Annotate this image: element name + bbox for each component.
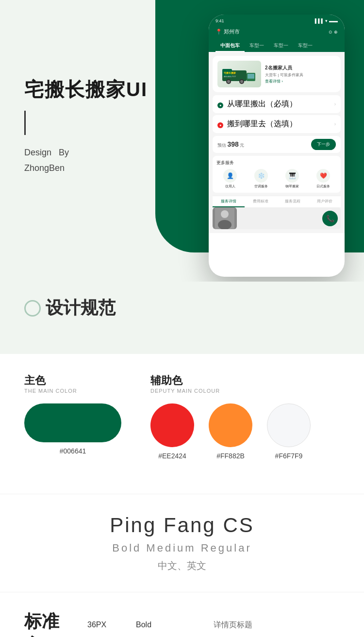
arrow-icon2: ›	[334, 121, 336, 127]
main-swatch: #006641	[24, 403, 121, 455]
truck-title: 2名搬家人员	[265, 65, 336, 71]
svg-rect-9	[248, 74, 254, 79]
hero-left-content: 宅搬长搬家UI Design ByZhongBen	[24, 78, 148, 176]
customer-service-btn[interactable]: 📞	[322, 211, 338, 226]
service-piano[interactable]: 🎹 钢琴搬家	[279, 169, 306, 189]
tab-type1[interactable]: 车型一	[245, 40, 269, 52]
svg-point-7	[240, 80, 243, 83]
deputy-color-sublabel: DEPUTY MAIN COLOUR	[150, 388, 311, 394]
truck-link[interactable]: 查看详情 ›	[265, 79, 336, 84]
arrow-icon: ›	[334, 101, 336, 107]
main-color-label: 主色	[24, 373, 121, 388]
to-icon: ●	[217, 122, 223, 128]
more-services: 更多服务 👤 仅用人 ❄️ 空调服务 🎹	[213, 156, 341, 193]
title-divider	[24, 111, 26, 135]
red-hex: #EE2424	[158, 452, 186, 460]
tab-service-detail[interactable]: 服务详情	[213, 196, 245, 207]
phone-header: 9:41 ▌▌▌ ▾ ▬▬ 📍 郑州市 ⊙ ⊕ 中面包车 车型一 车型一 车型一	[209, 15, 345, 52]
type-char-36: 标准字	[24, 610, 73, 637]
nav-tabs: 中面包车 车型一 车型一 车型一	[215, 37, 338, 52]
main-color-pill	[24, 403, 121, 442]
staff-banner: 📞	[213, 207, 341, 229]
orange-swatch: #FF882B	[209, 403, 252, 460]
piano-icon: 🎹	[285, 169, 299, 183]
time: 9:41	[215, 18, 224, 23]
light-swatch: #F6F7F9	[267, 403, 311, 460]
main-color-sublabel: THE MAIN COLOR	[24, 388, 121, 394]
spec-title: 设计规范	[24, 296, 340, 320]
font-weights: Bold Medium Regular	[24, 542, 340, 554]
type-row-36: 标准字 36PX Bold 详情页标题	[24, 602, 340, 637]
staff-image	[213, 207, 237, 229]
color-group-row: 主色 THE MAIN COLOR #006641 辅助色 DEPUTY MAI…	[24, 373, 340, 474]
type-usage-36: 详情页标题	[214, 620, 252, 630]
service-icons-row: 👤 仅用人 ❄️ 空调服务 🎹 钢琴搬家	[216, 169, 337, 189]
ac-icon: ❄️	[254, 169, 268, 183]
truck-svg: 宅搬长搬家 400-000-7777	[220, 63, 259, 85]
svg-text:400-000-7777: 400-000-7777	[224, 75, 236, 78]
truck-image: 宅搬长搬家 400-000-7777	[217, 61, 261, 87]
next-button[interactable]: 下一步	[311, 139, 336, 150]
deputy-color-label: 辅助色	[150, 373, 311, 388]
from-address-text: ● 从哪里搬出（必填）	[217, 99, 297, 109]
from-address-row[interactable]: ● 从哪里搬出（必填） ›	[213, 95, 341, 113]
tab-truck[interactable]: 中面包车	[215, 40, 245, 52]
phone-mockup: 9:41 ▌▌▌ ▾ ▬▬ 📍 郑州市 ⊙ ⊕ 中面包车 车型一 车型一 车型一	[209, 15, 345, 277]
light-circle	[267, 403, 311, 447]
red-circle	[150, 403, 194, 447]
font-languages: 中文、英文	[24, 559, 340, 572]
svg-point-5	[227, 80, 230, 83]
phone-screen: 9:41 ▌▌▌ ▾ ▬▬ 📍 郑州市 ⊙ ⊕ 中面包车 车型一 车型一 车型一	[209, 15, 345, 277]
svg-text:宅搬长搬家: 宅搬长搬家	[224, 71, 236, 74]
tab-type2[interactable]: 车型一	[269, 40, 293, 52]
font-name: Ping Fang CS	[24, 514, 340, 537]
jp-label: 日式服务	[310, 184, 337, 189]
main-color-hex: #006641	[60, 447, 86, 455]
phone-icon: 📞	[326, 215, 334, 222]
svg-point-11	[221, 210, 229, 218]
detail-tabs: 服务详情 费用标准 服务流程 用户评价	[213, 196, 341, 207]
truck-subtitle: 大货车 | 可装多件家具	[265, 72, 336, 78]
app-title: 宅搬长搬家UI	[24, 78, 148, 101]
tab-fee[interactable]: 费用标准	[245, 196, 277, 207]
service-people[interactable]: 👤 仅用人	[216, 169, 244, 189]
red-swatch: #EE2424	[150, 403, 194, 460]
phone-frame: 9:41 ▌▌▌ ▾ ▬▬ 📍 郑州市 ⊙ ⊕ 中面包车 车型一 车型一 车型一	[209, 15, 345, 277]
orange-circle	[209, 403, 252, 447]
type-size-36: 36PX	[87, 620, 121, 629]
signal-icons: ▌▌▌ ▾ ▬▬	[315, 18, 338, 23]
deputy-color-swatches: #EE2424 #FF882B #F6F7F9	[150, 403, 311, 460]
more-services-title: 更多服务	[216, 160, 337, 166]
tab-review[interactable]: 用户评价	[309, 196, 341, 207]
typography-section: Ping Fang CS Bold Medium Regular 中文、英文	[0, 494, 364, 592]
type-weight-36: Bold	[136, 620, 199, 629]
light-hex: #F6F7F9	[275, 452, 303, 460]
people-label: 仅用人	[216, 184, 244, 189]
deputy-color-group: 辅助色 DEPUTY MAIN COLOUR #EE2424 #FF882B #…	[150, 373, 311, 460]
hero-section: 宅搬长搬家UI Design ByZhongBen 9:41 ▌▌▌ ▾ ▬▬ …	[0, 0, 364, 282]
ac-label: 空调服务	[248, 184, 275, 189]
truck-card: 宅搬长搬家 400-000-7777 2名搬家人员	[213, 56, 341, 92]
staff-svg	[215, 207, 234, 229]
tab-flow[interactable]: 服务流程	[277, 196, 309, 207]
action-icons: ⊙ ⊕	[329, 30, 338, 34]
service-ac[interactable]: ❄️ 空调服务	[248, 169, 275, 189]
main-color-swatches: #006641	[24, 403, 121, 455]
from-icon: ●	[217, 102, 223, 108]
location-text: 📍 郑州市	[215, 28, 240, 35]
design-by-text: Design ByZhongBen	[24, 145, 148, 176]
jp-icon: ❤️	[316, 169, 330, 183]
status-bar: 9:41 ▌▌▌ ▾ ▬▬	[215, 18, 338, 23]
design-spec-section: 设计规范	[0, 282, 364, 354]
service-japanese[interactable]: ❤️ 日式服务	[310, 169, 337, 189]
people-icon: 👤	[223, 169, 237, 183]
to-address-row[interactable]: ● 搬到哪里去（选填） ›	[213, 115, 341, 133]
price-prefix: 预估 398 元	[217, 140, 244, 149]
to-address-text: ● 搬到哪里去（选填）	[217, 119, 297, 129]
color-section: 主色 THE MAIN COLOR #006641 辅助色 DEPUTY MAI…	[0, 354, 364, 494]
phone-body: 宅搬长搬家 400-000-7777 2名搬家人员	[209, 52, 345, 233]
tab-type3[interactable]: 车型一	[293, 40, 317, 52]
truck-info: 2名搬家人员 大货车 | 可装多件家具 查看详情 ›	[265, 65, 336, 84]
type-size-section: 标准字 36PX Bold 详情页标题 标准字 32PX Bold Medium…	[0, 592, 364, 637]
orange-hex: #FF882B	[216, 452, 245, 460]
